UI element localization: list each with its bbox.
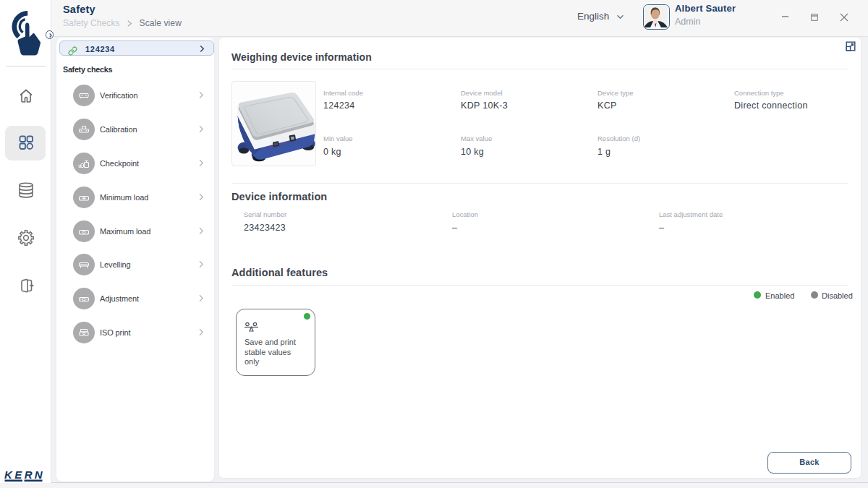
svg-text:KERN: KERN <box>4 468 45 481</box>
